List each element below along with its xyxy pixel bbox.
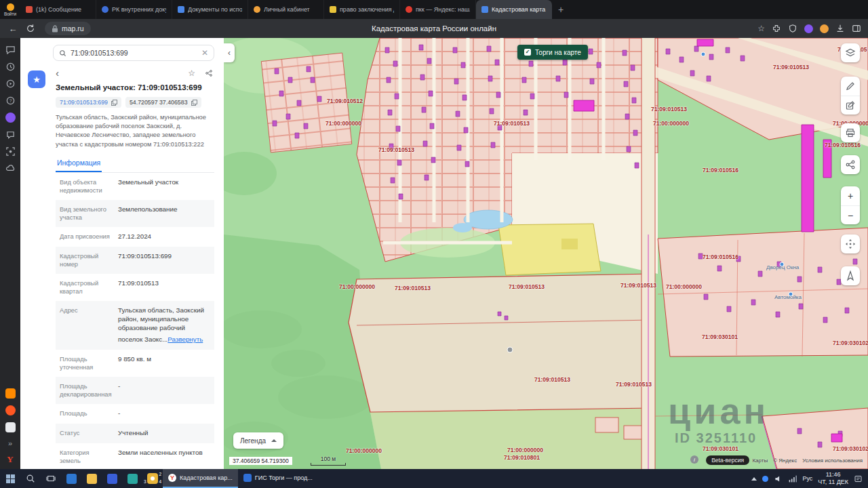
row-label: Кадастровый квартал — [60, 279, 118, 296]
locate-button[interactable] — [841, 266, 860, 285]
action-center-icon[interactable] — [854, 474, 863, 483]
cloud-icon[interactable] — [5, 163, 16, 174]
bookmark-star-icon[interactable]: ☆ — [757, 24, 765, 33]
torgi-na-karte-button[interactable]: ✓ Торги на карте — [517, 45, 588, 60]
date-text: ЧТ, 11 ДЕК — [818, 479, 848, 486]
pan-button[interactable] — [841, 235, 860, 253]
search-input[interactable]: 71:09:010513:699 ✕ — [53, 45, 214, 61]
attribution-terms-link[interactable]: Условия использования — [802, 458, 863, 464]
network-icon[interactable] — [788, 474, 797, 483]
protect-shield-icon[interactable] — [788, 24, 797, 33]
tab-favicon — [102, 6, 108, 13]
cadastral-quarter-label: 71:09:010513 — [616, 381, 652, 388]
zoom-in-button[interactable]: + — [841, 186, 860, 205]
app-icon-blue[interactable] — [102, 469, 122, 488]
object-description: Тульская область, Заокский район, муници… — [56, 113, 214, 149]
back-button[interactable]: ← — [7, 24, 19, 34]
info-icon[interactable]: i — [690, 455, 698, 464]
explorer-app-icon[interactable] — [81, 469, 102, 488]
task-cadastral-map[interactable]: Кадастровая кар... — [163, 469, 238, 488]
new-tab-button[interactable]: + — [552, 0, 570, 19]
table-row: Вид земельного участкаЗемлепользование — [56, 200, 214, 227]
side-panels-icon[interactable] — [852, 24, 861, 33]
account-avatar[interactable] — [820, 24, 829, 33]
mail-app-icon[interactable] — [61, 469, 81, 488]
help-icon[interactable]: ? — [5, 96, 16, 106]
print-button[interactable] — [841, 123, 860, 142]
torgi-label: Торги на карте — [535, 49, 581, 56]
row-value: 27.12.2024 — [118, 232, 151, 241]
start-button[interactable] — [0, 469, 20, 488]
sidebar-collapse-icon[interactable]: » — [8, 439, 12, 447]
history-icon[interactable] — [5, 62, 16, 72]
tab-label: (1k) Сообщение — [36, 6, 81, 13]
map-pin-app-icon[interactable]: 3 2 4 — [142, 469, 163, 488]
taskbar-search-button[interactable] — [20, 469, 41, 488]
panel-back-button[interactable]: ‹ — [56, 68, 59, 78]
tab-messages[interactable]: (1k) Сообщение — [20, 0, 96, 19]
favorites-panel-button[interactable]: ★ — [28, 70, 45, 88]
cadastral-number-chip[interactable]: 71:09:010513:699 — [56, 97, 121, 108]
tab-label: пкк — Яндекс: нашлось — [416, 6, 470, 13]
draw-area-button[interactable] — [841, 96, 860, 115]
dialog-icon[interactable] — [5, 45, 16, 55]
language-indicator[interactable]: Рус — [802, 475, 812, 482]
row-value: - — [118, 409, 120, 418]
tab-execution-docs[interactable]: Документы по исполне — [172, 0, 248, 19]
copy-icon[interactable] — [111, 100, 117, 106]
tab-pkk-search[interactable]: пкк — Яндекс: нашлось — [400, 0, 476, 19]
alice-icon[interactable] — [804, 24, 813, 33]
share-icon[interactable] — [205, 69, 213, 77]
badge-count: 4 — [159, 479, 161, 484]
task-gis-torgi[interactable]: ГИС Торги — прод... — [238, 469, 318, 488]
browser-profile-button[interactable]: Войти — [0, 0, 20, 19]
tab-contract-right[interactable]: право заключения дого — [324, 0, 400, 19]
cadastral-quarter-label: 71:09:010516 — [703, 253, 738, 260]
map-canvas[interactable]: 71:09:01051271:00:00000071:09:01051371:0… — [224, 38, 868, 469]
coordinates-text: 54.720597 37.406583 — [130, 99, 188, 106]
object-title: Земельный участок: 71:09:010513:699 — [56, 83, 214, 92]
panel-collapse-button[interactable]: ‹ — [224, 43, 235, 62]
shortcut-icon-3[interactable] — [5, 422, 16, 432]
zoom-out-button[interactable]: − — [841, 205, 860, 224]
clear-search-icon[interactable]: ✕ — [201, 48, 208, 58]
refresh-button[interactable] — [26, 24, 38, 33]
ruler-button[interactable] — [841, 77, 860, 96]
extensions-icon[interactable] — [772, 24, 781, 33]
shortcut-icon-1[interactable] — [5, 388, 16, 399]
cadastral-quarter-label: 71:09:010513 — [773, 64, 809, 70]
legend-button[interactable]: Легенда — [233, 432, 283, 449]
shortcut-icon-2[interactable] — [5, 405, 16, 415]
alice-sidebar-icon[interactable] — [5, 113, 16, 123]
coordinates-chip[interactable]: 54.720597 37.406583 — [125, 97, 201, 108]
volume-icon[interactable] — [774, 474, 783, 483]
expand-link[interactable]: Развернуть — [167, 336, 203, 344]
scan-icon[interactable] — [5, 146, 16, 157]
row-label: Категория земель — [60, 449, 118, 465]
layers-button[interactable] — [841, 43, 860, 62]
app-icon-teal[interactable] — [122, 469, 142, 488]
tab-information[interactable]: Информация — [56, 156, 102, 172]
table-row: СтатусУчтенный — [56, 424, 214, 443]
copy-icon[interactable] — [191, 100, 197, 106]
map-share-button[interactable] — [841, 155, 860, 174]
tray-expand-icon[interactable] — [751, 477, 757, 481]
taskbar-clock[interactable]: 11:46 ЧТ, 11 ДЕК — [818, 471, 848, 486]
svg-text:?: ? — [9, 98, 12, 103]
cadastral-quarter-label: 71:09:010516 — [703, 167, 738, 174]
windows-taskbar: 3 2 4 Кадастровая кар... ГИС Торги — про… — [0, 469, 868, 488]
tab-personal-cabinet[interactable]: Личный кабинет — [248, 0, 324, 19]
address-bar[interactable]: map.ru — [45, 22, 91, 35]
task-view-button[interactable] — [41, 469, 61, 488]
row-value: 71:09:010513:699 — [118, 252, 172, 268]
download-icon[interactable] — [835, 24, 845, 33]
play-icon[interactable] — [5, 79, 16, 89]
yandex-icon[interactable]: Y — [7, 454, 13, 465]
tab-label: РК внутренних докумен — [112, 6, 166, 13]
poi-label: Автомойка — [774, 294, 802, 300]
tab-cadastral-map[interactable]: Кадастровая карта Ро — [476, 0, 552, 19]
tab-internal-docs[interactable]: РК внутренних докумен — [96, 0, 172, 19]
chat-icon[interactable] — [5, 129, 16, 140]
favorite-star-icon[interactable]: ☆ — [188, 68, 195, 78]
tray-app-icon[interactable] — [762, 476, 768, 482]
